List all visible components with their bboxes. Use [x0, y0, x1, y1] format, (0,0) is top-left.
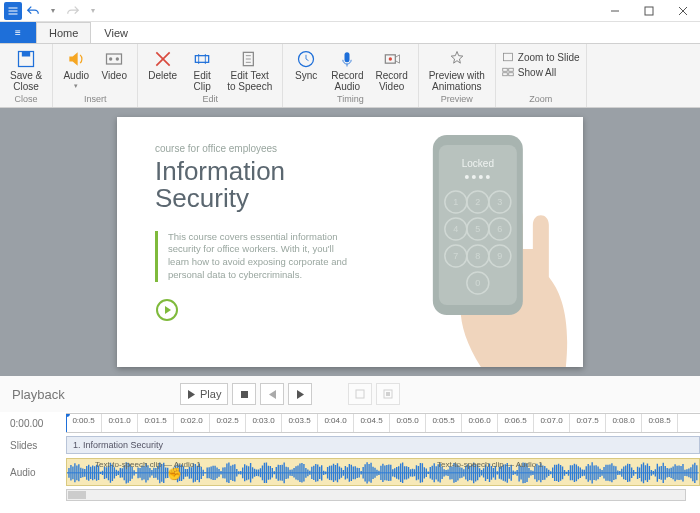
slide-canvas[interactable]: course for office employees InformationS…: [0, 108, 700, 376]
svg-rect-12: [503, 53, 512, 61]
playback-label: Playback: [12, 387, 180, 402]
close-window-button[interactable]: [666, 0, 700, 22]
svg-rect-45: [241, 391, 248, 398]
svg-text:7: 7: [454, 251, 459, 261]
undo-button[interactable]: [24, 2, 42, 20]
play-button[interactable]: Play: [180, 383, 228, 405]
svg-point-21: [472, 175, 476, 179]
svg-text:5: 5: [476, 224, 481, 234]
svg-text:4: 4: [454, 224, 459, 234]
record-audio-button[interactable]: Record Audio: [327, 47, 367, 94]
group-edit-label: Edit: [144, 94, 276, 106]
audio-clip-label-1: Text-to-speech clip — Audio 1: [95, 460, 201, 469]
edit-tts-button[interactable]: Edit Text to Speech: [223, 47, 276, 94]
group-preview-label: Preview: [425, 94, 489, 106]
audio-button[interactable]: Audio▾: [59, 47, 93, 94]
sync-label: Sync: [295, 70, 317, 81]
slide-preview: course for office employees InformationS…: [117, 117, 583, 367]
stop-button[interactable]: [232, 383, 256, 405]
slides-track-label: Slides: [0, 440, 66, 451]
preview-button[interactable]: Preview with Animations: [425, 47, 489, 94]
svg-text:8: 8: [476, 251, 481, 261]
ribbon: Save & Close Close Audio▾ Video Insert D…: [0, 44, 700, 108]
marker-1-button[interactable]: [348, 383, 372, 405]
tab-home[interactable]: Home: [36, 22, 91, 43]
sync-button[interactable]: Sync: [289, 47, 323, 94]
slide-description: This course covers essential information…: [168, 231, 349, 282]
svg-text:9: 9: [498, 251, 503, 261]
video-button[interactable]: Video: [97, 47, 131, 94]
tab-view[interactable]: View: [91, 22, 141, 43]
svg-point-4: [109, 57, 112, 60]
svg-point-24: [465, 175, 469, 179]
save-close-button[interactable]: Save & Close: [6, 47, 46, 94]
save-close-label: Save & Close: [10, 70, 42, 92]
record-audio-label: Record Audio: [331, 70, 363, 92]
audio-track-label: Audio: [0, 467, 66, 478]
group-close-label: Close: [6, 94, 46, 106]
group-zoom-label: Zoom: [502, 94, 580, 106]
svg-rect-2: [22, 52, 30, 57]
preview-label: Preview with Animations: [429, 70, 485, 92]
timeline-ruler[interactable]: 0:00.50:01.00:01.50:02.00:02.50:03.00:03…: [66, 413, 700, 433]
svg-rect-3: [107, 54, 122, 64]
svg-point-23: [486, 175, 490, 179]
slide-title: InformationSecurity: [155, 158, 349, 213]
grab-cursor-icon: ✊: [167, 467, 182, 481]
svg-point-5: [116, 57, 119, 60]
audio-label: Audio: [63, 70, 89, 81]
edit-tts-label: Edit Text to Speech: [227, 70, 272, 92]
svg-rect-15: [503, 73, 508, 76]
video-label: Video: [102, 70, 127, 81]
svg-text:6: 6: [498, 224, 503, 234]
timeline: 0:00.00 0:00.50:01.00:01.50:02.00:02.50:…: [0, 412, 700, 502]
record-video-label: Record Video: [375, 70, 407, 92]
show-all-label: Show All: [518, 67, 556, 78]
title-bar: ▾ ▾: [0, 0, 700, 22]
svg-rect-14: [509, 68, 514, 71]
svg-rect-48: [386, 392, 390, 396]
group-insert-label: Insert: [59, 94, 131, 106]
delete-label: Delete: [148, 70, 177, 81]
svg-text:0: 0: [476, 278, 481, 288]
edit-clip-button[interactable]: Edit Clip: [185, 47, 219, 94]
marker-2-button[interactable]: [376, 383, 400, 405]
redo-button[interactable]: [64, 2, 82, 20]
svg-text:3: 3: [498, 197, 503, 207]
audio-clip-label-2: Text-to-speech clip — Audio 1: [437, 460, 543, 469]
svg-rect-6: [195, 56, 208, 63]
slide-illustration: Locked 123 456 789 0: [359, 117, 583, 367]
timeline-start-time: 0:00.00: [0, 418, 66, 429]
svg-text:1: 1: [454, 197, 459, 207]
svg-rect-16: [509, 73, 514, 76]
svg-text:Locked: Locked: [462, 158, 494, 169]
zoom-to-slide-button[interactable]: Zoom to Slide: [502, 51, 580, 63]
edit-clip-label: Edit Clip: [194, 70, 211, 92]
group-timing-label: Timing: [289, 94, 412, 106]
svg-text:2: 2: [476, 197, 481, 207]
scrollbar-thumb[interactable]: [68, 491, 86, 499]
delete-button[interactable]: Delete: [144, 47, 181, 94]
play-icon: [155, 298, 349, 324]
svg-rect-46: [356, 390, 364, 398]
file-tab[interactable]: ≡: [0, 22, 36, 43]
next-button[interactable]: [288, 383, 312, 405]
redo-dropdown[interactable]: ▾: [84, 2, 102, 20]
prev-button[interactable]: [260, 383, 284, 405]
minimize-button[interactable]: [598, 0, 632, 22]
svg-rect-0: [645, 7, 653, 15]
svg-point-22: [479, 175, 483, 179]
show-all-button[interactable]: Show All: [502, 66, 580, 78]
horizontal-scrollbar[interactable]: [0, 488, 700, 502]
slide-clip[interactable]: 1. Information Security: [66, 436, 700, 454]
svg-rect-13: [503, 68, 508, 71]
maximize-button[interactable]: [632, 0, 666, 22]
ribbon-tabs: ≡ Home View: [0, 22, 700, 44]
app-menu-button[interactable]: [4, 2, 22, 20]
slide-kicker: course for office employees: [155, 143, 349, 154]
audio-clip[interactable]: Text-to-speech clip — Audio 1 Text-to-sp…: [66, 458, 700, 486]
svg-rect-9: [345, 52, 350, 62]
svg-point-11: [388, 57, 391, 60]
record-video-button[interactable]: Record Video: [371, 47, 411, 94]
undo-dropdown[interactable]: ▾: [44, 2, 62, 20]
